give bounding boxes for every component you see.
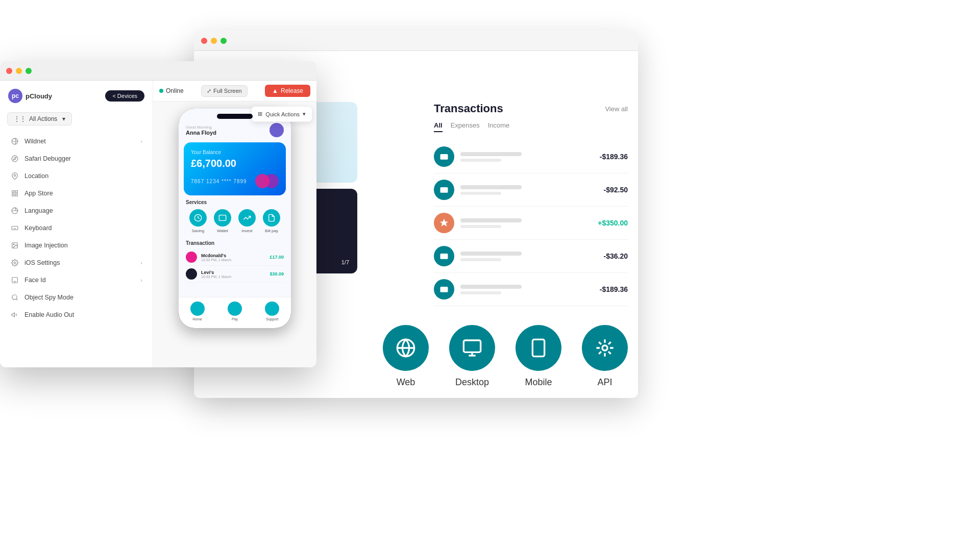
sidebar-item-ios-settings[interactable]: iOS Settings › [0, 254, 153, 271]
trans-amount-5: -$189.36 [600, 285, 628, 293]
user-name: Anna Floyd [186, 130, 216, 136]
ios-settings-icon [10, 258, 19, 267]
trans-icon-3 [434, 213, 454, 233]
ios-settings-label: iOS Settings [24, 259, 60, 266]
sidebar-item-appstore[interactable]: App Store [0, 185, 153, 202]
api-icon-item[interactable]: API [582, 325, 628, 388]
language-label: Language [24, 207, 53, 214]
sidebar-item-face-id[interactable]: Face Id › [0, 271, 153, 289]
sidebar-item-audio[interactable]: Enable Audio Out [0, 306, 153, 323]
front-window: pc pCloudy < Devices ⋮⋮ All Actions ▾ [0, 61, 316, 367]
service-icons: Saving Wallet [186, 209, 284, 233]
tab-all[interactable]: All [434, 121, 443, 132]
trans-bar-short-2 [460, 192, 501, 195]
sidebar-item-keyboard[interactable]: Keyboard [0, 219, 153, 237]
view-all-link[interactable]: View all [605, 105, 628, 113]
trans-details-2 [460, 185, 604, 195]
tab-expenses[interactable]: Expenses [451, 121, 480, 132]
saving-label: Saving [192, 229, 204, 233]
mcdonalds-info: Mcdonald's 10:33 PM, 1 March [201, 253, 270, 262]
face-id-label: Face Id [24, 277, 46, 284]
devices-button[interactable]: < Devices [105, 90, 144, 102]
fullscreen-button[interactable]: ⤢ Full Screen [201, 85, 248, 97]
svg-rect-6 [532, 339, 544, 356]
front-maximize-dot[interactable] [26, 68, 32, 74]
support-nav-label: Support [266, 317, 279, 321]
transactions-header: Transactions View all [434, 102, 628, 115]
transaction-row-4: -$36.20 [434, 240, 628, 273]
web-icon-item[interactable]: Web [383, 325, 429, 388]
web-circle [383, 325, 429, 371]
desktop-label: Desktop [455, 377, 489, 388]
release-label: Release [281, 87, 303, 94]
balance-card: Your Balance £6,700.00 7867 1234 **** 78… [184, 142, 286, 195]
sidebar-item-safari[interactable]: Safari Debugger [0, 150, 153, 167]
front-titlebar [0, 61, 316, 81]
svg-rect-12 [15, 191, 17, 193]
front-minimize-dot[interactable] [16, 68, 22, 74]
trans-bar-long-3 [460, 218, 522, 222]
all-actions-button[interactable]: ⋮⋮ All Actions ▾ [7, 112, 72, 126]
levis-info: Levi's 10:33 PM, 1 March [201, 270, 270, 279]
svg-point-19 [14, 262, 16, 264]
mobile-circle [516, 325, 561, 371]
trans-amount-2: -$92.50 [604, 186, 628, 194]
face-id-arrow: › [140, 277, 142, 283]
trans-icon-4 [434, 246, 454, 266]
transactions-panel: Transactions View all All Expenses Incom… [434, 102, 628, 306]
trans-amount-1: -$189.36 [600, 153, 628, 161]
svg-rect-13 [12, 194, 14, 196]
chevron-down-icon: ▾ [62, 115, 65, 122]
trans-icon-1 [434, 146, 454, 167]
phone-screen: Good Morning Anna Floyd Your Balance £6,… [179, 109, 291, 328]
online-status: Online [166, 87, 184, 94]
wallet-circle [214, 209, 231, 227]
sidebar-item-object-spy[interactable]: Object Spy Mode [0, 289, 153, 306]
desktop-icon-item[interactable]: Desktop [449, 325, 495, 388]
close-dot[interactable] [201, 38, 207, 44]
sidebar-item-image-injection[interactable]: Image Injection [0, 237, 153, 254]
grid-icon: ⋮⋮ [14, 115, 26, 122]
transaction-row-5: -$189.36 [434, 273, 628, 306]
mcdonalds-name: Mcdonald's [201, 253, 270, 258]
billpay-label: Bill pay [265, 229, 278, 233]
sidebar-item-language[interactable]: Language [0, 202, 153, 219]
support-nav-circle [265, 302, 279, 316]
fullscreen-label: Full Screen [213, 88, 242, 94]
sidebar-item-location[interactable]: Location [0, 167, 153, 185]
svg-point-9 [12, 156, 18, 162]
greeting-text: Good Morning [186, 125, 216, 130]
trans-icon-5 [434, 279, 454, 299]
release-button[interactable]: ▲ Release [265, 85, 310, 97]
nav-home[interactable]: Home [190, 302, 205, 321]
transactions-tabs: All Expenses Income [434, 121, 628, 132]
fullscreen-icon: ⤢ [207, 88, 211, 94]
right-area: Online ⤢ Full Screen ▲ Release Good M [153, 81, 316, 367]
tab-income[interactable]: Income [488, 121, 510, 132]
quick-actions-panel[interactable]: ⊞ Quick Actions ▾ [251, 106, 312, 122]
front-close-dot[interactable] [6, 68, 12, 74]
mobile-icon-item[interactable]: Mobile [516, 325, 561, 388]
svg-rect-5 [463, 340, 480, 352]
svg-point-7 [602, 345, 607, 350]
nav-pay[interactable]: Pay [228, 302, 242, 321]
audio-label: Enable Audio Out [24, 311, 74, 318]
trans-icon-2 [434, 180, 454, 200]
svg-point-18 [13, 244, 14, 245]
sidebar-item-wildnet[interactable]: Wildnet › [0, 133, 153, 150]
trans-amount-3: +$350.00 [598, 219, 628, 227]
minimize-dot[interactable] [211, 38, 217, 44]
trans-bar-long-4 [460, 252, 522, 256]
phone-trans-mcdonalds: Mcdonald's 10:33 PM, 1 March £17.00 [186, 249, 284, 266]
maximize-dot[interactable] [220, 38, 227, 44]
pay-nav-circle [228, 302, 242, 316]
svg-rect-11 [12, 191, 14, 193]
trans-bar-long-5 [460, 285, 522, 289]
language-icon [10, 206, 19, 215]
levis-name: Levi's [201, 270, 270, 275]
page-current: 1/7 [341, 259, 349, 265]
nav-support[interactable]: Support [265, 302, 279, 321]
trans-details-3 [460, 218, 598, 228]
all-actions-label: All Actions [29, 115, 57, 122]
phone-trans-levis: Levi's 10:33 PM, 1 March $30.09 [186, 266, 284, 283]
